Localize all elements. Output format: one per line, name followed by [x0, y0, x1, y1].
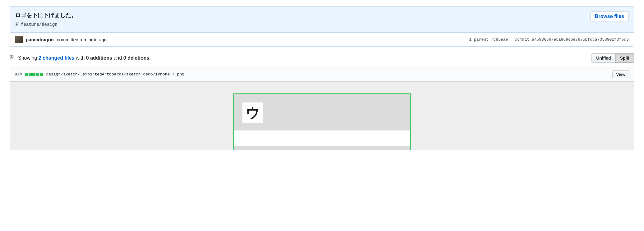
- and-label: and: [114, 55, 122, 61]
- branch-row: feature/design: [15, 21, 77, 27]
- avatar[interactable]: [15, 36, 23, 43]
- diffstat-bar: Showing 2 changed files with 0 additions…: [10, 53, 634, 63]
- diff-squares-icon: [25, 73, 43, 76]
- diff-view-toggle: Unified Split: [591, 53, 634, 63]
- showing-label: Showing: [18, 55, 37, 61]
- commit-container: ロゴを下に下げました。 feature/design Browse files …: [10, 6, 634, 47]
- parent-sha[interactable]: 7c85eae: [491, 37, 508, 42]
- branch-name[interactable]: feature/design: [21, 22, 58, 27]
- file-diff-icon: [10, 55, 15, 61]
- diffstat-summary: Showing 2 changed files with 0 additions…: [10, 55, 151, 61]
- logo-tile: ウ: [242, 102, 263, 123]
- browse-files-button[interactable]: Browse files: [590, 11, 629, 21]
- author-name[interactable]: panicdragon: [26, 37, 54, 42]
- image-preview-header: ウ: [234, 94, 410, 130]
- commit-sha: a45936667e5a969c6e7875bfdca7358901f3fbd3: [532, 37, 629, 42]
- parent-label: 1 parent: [469, 37, 488, 42]
- commit-refs: 1 parent 7c85eae commit a45936667e5a969c…: [469, 37, 629, 42]
- parent-block: 1 parent 7c85eae: [469, 37, 508, 42]
- commit-meta-row: panicdragon committed a minute ago 1 par…: [10, 32, 634, 46]
- branch-icon: [15, 21, 19, 27]
- file-info: BIN design/sketch/.exportedArtboards/ske…: [15, 72, 184, 77]
- with-label: with: [76, 55, 85, 61]
- split-button[interactable]: Split: [615, 53, 634, 63]
- deletions-count: 0 deletions.: [123, 55, 151, 61]
- commit-block: commit a45936667e5a969c6e7875bfdca735890…: [515, 37, 629, 42]
- additions-count: 0 additions: [86, 55, 112, 61]
- file-diff-box: BIN design/sketch/.exportedArtboards/ske…: [10, 67, 634, 150]
- commit-title: ロゴを下に下げました。: [15, 11, 77, 19]
- file-header: BIN design/sketch/.exportedArtboards/ske…: [10, 67, 634, 82]
- author-section: panicdragon committed a minute ago: [15, 36, 107, 43]
- logo-glyph: ウ: [246, 104, 260, 122]
- file-path[interactable]: design/sketch/.exportedArtboards/sketch_…: [46, 72, 184, 77]
- commit-time: committed a minute ago: [57, 37, 107, 42]
- image-preview-frame: ウ: [233, 93, 411, 150]
- image-preview-body: [234, 130, 410, 146]
- changed-files-link[interactable]: 2 changed files: [39, 55, 75, 61]
- commit-header: ロゴを下に下げました。 feature/design Browse files: [10, 7, 634, 32]
- diffstat-text: Showing 2 changed files with 0 additions…: [18, 55, 151, 61]
- file-content-preview: ウ: [10, 82, 634, 150]
- view-file-button[interactable]: View: [612, 70, 629, 78]
- bin-label: BIN: [15, 72, 22, 77]
- commit-header-left: ロゴを下に下げました。 feature/design: [15, 11, 77, 27]
- unified-button[interactable]: Unified: [591, 53, 615, 63]
- commit-label: commit: [515, 37, 529, 42]
